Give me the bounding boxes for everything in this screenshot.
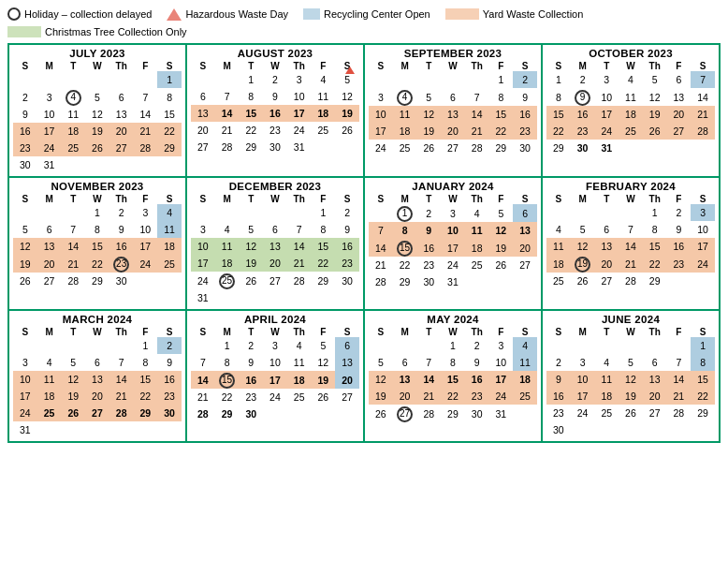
legend-yard-label: Yard Waste Collection bbox=[483, 8, 584, 20]
day-cell: 7 bbox=[191, 354, 215, 371]
day-number: 10 bbox=[291, 89, 308, 104]
day-cell: 27 bbox=[191, 139, 215, 155]
month-block-3: OCTOBER 2023SMTWThFS12345678910111213141… bbox=[543, 45, 721, 178]
day-cell: 2 bbox=[546, 354, 571, 371]
day-number: 3 bbox=[598, 72, 615, 87]
cal-table-1: SMTWThFS12345678910111213141516171819202… bbox=[191, 61, 359, 155]
day-cell: 3 bbox=[489, 337, 514, 354]
day-number: 21 bbox=[622, 257, 639, 272]
day-cell: 16 bbox=[157, 371, 182, 388]
day-number: 13 bbox=[397, 372, 414, 387]
day-cell: 9 bbox=[465, 354, 489, 371]
day-number: 26 bbox=[339, 123, 356, 138]
day-cell: 21 bbox=[287, 255, 312, 272]
day-cell: 6 bbox=[393, 354, 417, 371]
day-cell: 3 bbox=[13, 354, 37, 371]
day-cell: 11 bbox=[312, 88, 336, 105]
day-number: 9 bbox=[339, 222, 356, 237]
day-cell: 21 bbox=[667, 388, 692, 405]
day-cell: 12 bbox=[416, 106, 441, 123]
empty-cell bbox=[215, 204, 240, 221]
cal-table-6: SMTWThFS12345678910111213141516171819202… bbox=[369, 194, 537, 290]
day-cell: 4 bbox=[393, 88, 417, 106]
day-cell: 28 bbox=[465, 140, 489, 156]
day-number: 25 bbox=[469, 258, 486, 273]
empty-cell bbox=[335, 139, 359, 155]
day-number: 29 bbox=[492, 140, 509, 155]
day-header: S bbox=[369, 194, 393, 204]
day-cell: 11 bbox=[594, 371, 619, 388]
day-number: 13 bbox=[41, 239, 58, 254]
blue-rect-icon bbox=[303, 8, 320, 20]
day-number: 26 bbox=[17, 273, 34, 288]
day-number: 11 bbox=[517, 355, 533, 370]
day-number: 2 bbox=[242, 338, 259, 353]
day-number: 1 bbox=[242, 72, 259, 87]
day-number: 17 bbox=[694, 239, 711, 254]
day-cell: 15 bbox=[312, 238, 336, 255]
day-cell: 30 bbox=[465, 405, 489, 422]
day-cell: 1 bbox=[312, 204, 336, 221]
day-number: 25 bbox=[219, 273, 236, 288]
day-number: 6 bbox=[267, 222, 284, 237]
day-cell: 19 bbox=[335, 105, 359, 122]
day-number: 2 bbox=[550, 355, 567, 370]
day-number: 24 bbox=[267, 390, 284, 405]
day-header: Th bbox=[109, 61, 134, 71]
empty-cell bbox=[157, 156, 182, 173]
day-number: 9 bbox=[161, 355, 178, 370]
day-cell: 30 bbox=[263, 139, 287, 155]
day-number: 8 bbox=[314, 222, 331, 237]
day-cell: 1 bbox=[441, 337, 465, 354]
empty-cell bbox=[465, 71, 489, 88]
day-number: 27 bbox=[339, 390, 356, 405]
day-number: 20 bbox=[397, 389, 414, 404]
day-number: 24 bbox=[694, 257, 711, 272]
day-cell: 22 bbox=[85, 255, 109, 273]
day-number: 19 bbox=[242, 256, 259, 271]
day-number: 13 bbox=[647, 372, 663, 387]
day-number: 12 bbox=[492, 223, 509, 238]
day-cell: 26 bbox=[13, 273, 37, 289]
day-number: 26 bbox=[575, 273, 591, 288]
day-number: 29 bbox=[647, 273, 663, 288]
empty-cell bbox=[85, 71, 109, 88]
day-number: 18 bbox=[219, 256, 236, 271]
day-cell: 14 bbox=[61, 238, 85, 255]
day-cell: 24 bbox=[37, 140, 62, 156]
day-cell: 24 bbox=[287, 122, 312, 139]
day-cell: 24 bbox=[134, 255, 158, 273]
day-number: 22 bbox=[694, 389, 711, 404]
day-header: Th bbox=[643, 327, 667, 337]
day-cell: 22 bbox=[489, 123, 514, 140]
day-cell: 25 bbox=[312, 122, 336, 139]
empty-cell bbox=[465, 273, 489, 290]
empty-cell bbox=[369, 204, 393, 222]
day-number: 3 bbox=[492, 338, 509, 353]
day-cell: 12 bbox=[85, 106, 109, 123]
day-number: 11 bbox=[598, 372, 615, 387]
month-block-9: APRIL 2024SMTWThFS1234567891011121314151… bbox=[187, 311, 365, 443]
month-block-7: FEBRUARY 2024SMTWThFS1234567891011121314… bbox=[543, 178, 721, 311]
day-cell: 3 bbox=[691, 204, 715, 221]
day-number: 27 bbox=[397, 406, 414, 421]
day-number: 12 bbox=[242, 239, 259, 254]
day-number: 27 bbox=[444, 140, 461, 155]
day-cell: 15 bbox=[239, 105, 263, 122]
day-cell: 15 bbox=[643, 238, 667, 255]
day-cell: 12 bbox=[619, 371, 643, 388]
day-number: 4 bbox=[314, 72, 331, 87]
day-number: 27 bbox=[41, 273, 58, 288]
day-number: 7 bbox=[372, 223, 389, 238]
day-cell: 5 bbox=[13, 221, 37, 238]
day-number: 29 bbox=[137, 405, 153, 420]
day-number: 3 bbox=[444, 206, 461, 221]
day-number: 31 bbox=[41, 157, 58, 172]
day-cell: 7 bbox=[667, 354, 692, 371]
day-cell: 31 bbox=[13, 421, 37, 438]
day-number: 4 bbox=[397, 90, 414, 105]
day-header: T bbox=[61, 61, 85, 71]
day-number: 17 bbox=[372, 124, 389, 139]
day-cell: 23 bbox=[109, 255, 134, 273]
day-number: 23 bbox=[469, 389, 486, 404]
